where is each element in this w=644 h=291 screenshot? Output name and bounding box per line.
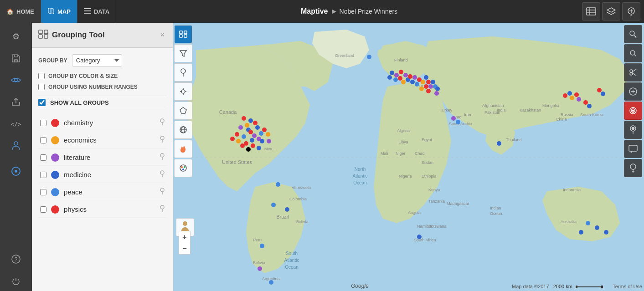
polygon-tool-button[interactable] <box>174 102 192 120</box>
category-name-physics: physics <box>64 205 155 213</box>
svg-text:Colombia: Colombia <box>289 197 307 201</box>
number-ranges-checkbox[interactable] <box>38 84 45 90</box>
svg-point-138 <box>579 230 583 235</box>
zoom-in-button[interactable]: + <box>179 231 191 243</box>
svg-text:Canada: Canada <box>219 109 237 115</box>
svg-point-163 <box>181 166 183 168</box>
data-button[interactable]: DATA <box>77 0 116 23</box>
svg-text:Iran: Iran <box>464 112 471 117</box>
circle-icon-button[interactable] <box>6 161 26 181</box>
category-dot-economics <box>51 136 59 144</box>
svg-point-86 <box>255 125 260 130</box>
map-button[interactable]: MAP <box>41 0 77 23</box>
eye-icon-button[interactable] <box>6 70 26 90</box>
svg-text:Tanzania: Tanzania <box>428 199 445 204</box>
svg-text:Libya: Libya <box>398 140 408 144</box>
svg-point-123 <box>426 89 431 93</box>
map-view-button[interactable] <box>582 2 600 20</box>
chat-right-button[interactable] <box>624 140 642 158</box>
svg-point-111 <box>410 80 415 84</box>
nav-arrow: ▶ <box>332 8 336 15</box>
category-item-physics: physics <box>38 201 166 218</box>
svg-text:Indonesia: Indonesia <box>563 188 581 192</box>
share-icon-button[interactable] <box>6 92 26 112</box>
code-icon-button[interactable]: </> <box>6 114 26 134</box>
svg-rect-154 <box>180 35 182 37</box>
map-area[interactable]: Canada United States Mex... Brazil Peru … <box>173 23 644 291</box>
svg-point-131 <box>271 203 276 207</box>
terms-link[interactable]: Terms of Use <box>613 284 642 289</box>
category-pin-peace[interactable] <box>160 188 165 196</box>
filter-tool-button[interactable] <box>174 44 192 62</box>
category-pin-economics[interactable] <box>160 136 165 144</box>
home-button[interactable]: 🏠 HOME <box>0 0 41 23</box>
pin-right-button[interactable] <box>624 121 642 139</box>
svg-rect-153 <box>180 31 182 34</box>
svg-point-115 <box>421 80 425 84</box>
category-checkbox-literature[interactable] <box>40 154 46 161</box>
grouping-tool-button[interactable] <box>174 25 192 43</box>
svg-point-99 <box>246 147 251 152</box>
show-all-label: SHOW ALL GROUPS <box>50 99 109 106</box>
svg-point-178 <box>630 164 636 169</box>
show-all-checkbox[interactable] <box>38 99 46 106</box>
zoom-out-button[interactable]: − <box>179 243 191 255</box>
svg-rect-13 <box>39 35 42 38</box>
power-icon-button[interactable] <box>6 271 26 291</box>
person-icon-button[interactable] <box>6 136 26 156</box>
add-right-button[interactable] <box>624 159 642 177</box>
svg-point-130 <box>577 97 581 102</box>
category-pin-medicine[interactable] <box>160 170 165 179</box>
svg-text:Thailand: Thailand <box>506 138 522 142</box>
svg-point-7 <box>14 142 18 145</box>
pin-tool-button[interactable] <box>174 63 192 82</box>
globe-tool-button[interactable] <box>174 121 192 139</box>
category-pin-physics[interactable] <box>160 205 165 214</box>
number-ranges-label: GROUP USING NUMBER RANGES <box>48 84 138 90</box>
svg-rect-150 <box>576 286 603 287</box>
category-name-economics: economics <box>64 136 155 144</box>
svg-point-136 <box>597 88 602 92</box>
svg-text:Bolivia: Bolivia <box>296 220 309 224</box>
category-pin-chemistry[interactable] <box>160 118 165 127</box>
category-checkbox-peace[interactable] <box>40 189 46 195</box>
svg-point-140 <box>595 225 599 230</box>
heat-tool-button[interactable] <box>174 140 192 158</box>
plus-circle-right-button[interactable] <box>624 82 642 101</box>
terms-label[interactable]: Terms of Use <box>613 284 642 289</box>
svg-point-146 <box>587 104 592 108</box>
scissors-right-button[interactable] <box>624 63 642 82</box>
svg-point-132 <box>285 207 289 212</box>
svg-text:Atlantic: Atlantic <box>353 174 368 179</box>
category-name-literature: literature <box>64 153 155 161</box>
category-pin-literature[interactable] <box>160 153 165 162</box>
panel-close-button[interactable]: × <box>159 29 166 41</box>
svg-point-144 <box>367 55 371 59</box>
search-right-button[interactable] <box>624 44 642 62</box>
group-by-select[interactable]: Category <box>72 54 122 66</box>
svg-text:Niger: Niger <box>396 151 406 156</box>
svg-point-100 <box>240 143 245 148</box>
category-checkbox-medicine[interactable] <box>40 172 46 178</box>
svg-text:China: China <box>556 117 567 122</box>
category-name-peace: peace <box>64 188 155 196</box>
svg-point-83 <box>242 134 246 139</box>
svg-point-80 <box>238 125 243 130</box>
palette-tool-button[interactable] <box>174 159 192 177</box>
category-checkbox-physics[interactable] <box>40 206 46 213</box>
marker-tool-button[interactable] <box>174 82 192 101</box>
category-checkbox-economics[interactable] <box>40 137 46 143</box>
color-size-checkbox[interactable] <box>38 73 45 79</box>
gear-icon-button[interactable]: ⚙ <box>6 26 26 46</box>
svg-point-92 <box>259 131 263 136</box>
target-right-button[interactable] <box>624 102 642 120</box>
svg-text:Bolivia: Bolivia <box>253 260 265 265</box>
category-item-literature: literature <box>38 149 166 166</box>
help-icon-button[interactable]: ? <box>6 249 26 269</box>
add-marker-button[interactable] <box>622 2 640 20</box>
key-right-button[interactable] <box>624 25 642 43</box>
layers-button[interactable] <box>602 2 620 20</box>
save-icon-button[interactable] <box>6 48 26 68</box>
svg-point-17 <box>160 136 164 140</box>
category-checkbox-chemistry[interactable] <box>40 120 46 126</box>
